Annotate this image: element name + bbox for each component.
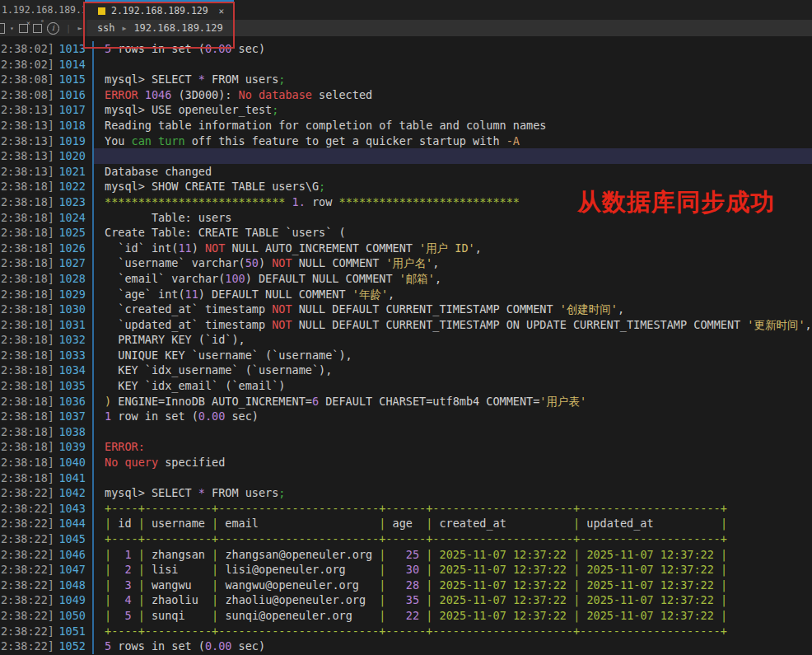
- gutter-line-number: 1025: [54, 225, 86, 241]
- terminal-line: 2:38:18]1033 UNIQUE KEY `username` (`use…: [0, 348, 812, 363]
- gutter-line-number: 1026: [54, 241, 86, 256]
- gutter-line-number: 1018: [54, 118, 86, 133]
- terminal-line: 2:38:22]1051+----+----------+-----------…: [0, 624, 812, 639]
- terminal-line: 2:38:22]1048| 3 | wangwu | wangwu@openeu…: [0, 578, 812, 593]
- gutter-timestamp: 2:38:22]: [0, 501, 54, 517]
- close-icon[interactable]: ✕: [215, 6, 227, 16]
- gutter-timestamp: 2:38:22]: [0, 562, 54, 578]
- gutter-line-number: 1033: [54, 348, 86, 363]
- terminal-text: `username` varchar(50) NOT NULL COMMENT …: [94, 255, 812, 271]
- terminal-line: 2:38:13]1017mysql> USE openeuler_test;: [0, 102, 812, 118]
- gutter-timestamp: 2:38:22]: [0, 485, 54, 501]
- terminal-line: 2:38:02]10135 rows in set (0.00 sec): [0, 41, 812, 57]
- terminal-line: 2:38:22]1049| 4 | zhaoliu | zhaoliu@open…: [0, 592, 812, 608]
- terminal-text: | 1 | zhangsan | zhangsan@openeuler.org …: [94, 547, 812, 563]
- terminal-text: ERROR 1046 (3D000): No database selected: [94, 87, 812, 103]
- terminal-text: Database changed: [94, 164, 812, 180]
- close-pane-icon[interactable]: ×: [19, 24, 28, 33]
- gutter-timestamp: 2:38:18]: [0, 439, 54, 455]
- terminal-line: 2:38:13]1019You can turn off this featur…: [0, 133, 812, 149]
- terminal-line: 2:38:18]1028 `email` varchar(100) DEFAUL…: [0, 271, 812, 287]
- gutter-timestamp: 2:38:18]: [0, 348, 54, 363]
- tab-bar-empty-space: [234, 0, 812, 20]
- terminal-text: `created_at` timestamp NOT NULL DEFAULT …: [94, 302, 812, 317]
- chevron-down-icon[interactable]: ▾: [10, 25, 14, 32]
- gutter-timestamp: 2:38:18]: [0, 241, 54, 256]
- terminal-line: 2:38:18]1027 `username` varchar(50) NOT …: [0, 255, 812, 271]
- new-pane-icon[interactable]: °: [33, 24, 42, 33]
- tab-session-2[interactable]: 2.192.168.189.129 ✕: [85, 0, 234, 20]
- gutter-timestamp: 2:38:18]: [0, 409, 54, 424]
- gutter-timestamp: 2:38:18]: [0, 302, 54, 317]
- gutter-timestamp: 2:38:18]: [0, 194, 54, 210]
- terminal-line: 2:38:18]1031 `updated_at` timestamp NOT …: [0, 317, 812, 333]
- breadcrumb-protocol[interactable]: ssh: [97, 22, 115, 34]
- terminal-line: 2:38:18]1038: [0, 424, 812, 440]
- terminal-text: `id` int(11) NOT NULL AUTO_INCREMENT COM…: [94, 241, 812, 256]
- terminal-text: 1 row in set (0.00 sec): [94, 409, 812, 424]
- gutter-timestamp: 2:38:18]: [0, 378, 54, 394]
- gutter-line-number: 1048: [54, 578, 86, 593]
- gutter-timestamp: 2:38:13]: [0, 148, 54, 164]
- gutter-line-number: 1021: [54, 164, 86, 180]
- terminal-text: [94, 424, 812, 440]
- terminal-text: ) ENGINE=InnoDB AUTO_INCREMENT=6 DEFAULT…: [94, 394, 812, 409]
- terminal-line: 2:38:22]1042mysql> SELECT * FROM users;: [0, 485, 812, 501]
- terminal-line: 2:38:18]1039ERROR:: [0, 439, 812, 455]
- terminal-text: PRIMARY KEY (`id`),: [94, 332, 812, 348]
- tab-session-2-label: 2.192.168.189.129: [111, 5, 208, 16]
- gutter-timestamp: 2:38:18]: [0, 210, 54, 226]
- gutter-line-number: 1051: [54, 624, 86, 639]
- gutter-line-number: 1042: [54, 485, 86, 501]
- terminal-text: mysql> SHOW CREATE TABLE users\G;: [94, 179, 812, 194]
- gutter-timestamp: 2:38:02]: [0, 57, 54, 73]
- gutter-line-number: 1027: [54, 255, 86, 271]
- terminal-line: 2:38:18]1040No query specified: [0, 455, 812, 470]
- tab-session-1-label: 1.192.168.189.128: [2, 4, 85, 16]
- terminal-line: 2:38:18]1034 KEY `idx_username` (`userna…: [0, 363, 812, 378]
- session-status-icon: [98, 7, 105, 15]
- terminal-line: 2:38:18]1032 PRIMARY KEY (`id`),: [0, 332, 812, 348]
- gutter-line-number: 1013: [54, 41, 86, 57]
- gutter-line-number: 1031: [54, 317, 86, 333]
- gutter-line-number: 1023: [54, 194, 86, 210]
- terminal-text: 5 rows in set (0.00 sec): [94, 41, 812, 57]
- terminal-line: 2:38:22]10525 rows in set (0.00 sec): [0, 639, 812, 654]
- terminal-line: 2:38:13]1018Reading table information fo…: [0, 118, 812, 133]
- breadcrumb-host[interactable]: 192.168.189.129: [133, 22, 222, 34]
- run-icon[interactable]: ►: [77, 24, 82, 32]
- breadcrumb: ssh ▶ 192.168.189.129: [87, 22, 223, 34]
- gutter-timestamp: 2:38:22]: [0, 639, 54, 654]
- terminal-line: 2:38:02]1014: [0, 57, 812, 73]
- gutter-line-number: 1046: [54, 547, 86, 563]
- terminal-text: `email` varchar(100) DEFAULT NULL COMMEN…: [94, 271, 812, 287]
- gutter-timestamp: 2:38:08]: [0, 87, 54, 103]
- terminal-text: Table: users: [94, 210, 812, 226]
- terminal-text: | id | username | email | age | created_…: [94, 516, 812, 531]
- terminal-line: 2:38:18]1024 Table: users: [0, 210, 812, 226]
- gutter-timestamp: 2:38:22]: [0, 516, 54, 531]
- terminal-line: 2:38:13]1020: [0, 148, 812, 164]
- terminal-line: 2:38:18]10371 row in set (0.00 sec): [0, 409, 812, 424]
- terminal-text: [94, 148, 812, 164]
- gutter-line-number: 1024: [54, 210, 86, 226]
- gutter-line-number: 1045: [54, 531, 86, 547]
- terminal-text: Create Table: CREATE TABLE `users` (: [94, 225, 812, 241]
- gutter-timestamp: 2:38:18]: [0, 363, 54, 378]
- tab-bar: 1.192.168.189.128 2.192.168.189.129 ✕: [0, 0, 812, 20]
- gutter-line-number: 1032: [54, 332, 86, 348]
- gutter-line-number: 1022: [54, 179, 86, 194]
- info-icon[interactable]: i: [47, 22, 59, 35]
- terminal-line: 2:38:22]1045+----+----------+-----------…: [0, 531, 812, 547]
- gutter-line-number: 1041: [54, 470, 86, 486]
- terminal-text: 5 rows in set (0.00 sec): [94, 639, 812, 654]
- terminal-output[interactable]: 2:38:02]10135 rows in set (0.00 sec)2:38…: [0, 36, 812, 655]
- gutter-line-number: 1040: [54, 455, 86, 470]
- new-terminal-icon[interactable]: [0, 23, 5, 34]
- tab-session-1[interactable]: 1.192.168.189.128: [0, 0, 85, 20]
- gutter-line-number: 1020: [54, 148, 86, 164]
- terminal-text: UNIQUE KEY `username` (`username`),: [94, 348, 812, 363]
- gutter-line-number: 1047: [54, 562, 86, 578]
- gutter-line-number: 1044: [54, 516, 86, 531]
- gutter-timestamp: 2:38:18]: [0, 424, 54, 440]
